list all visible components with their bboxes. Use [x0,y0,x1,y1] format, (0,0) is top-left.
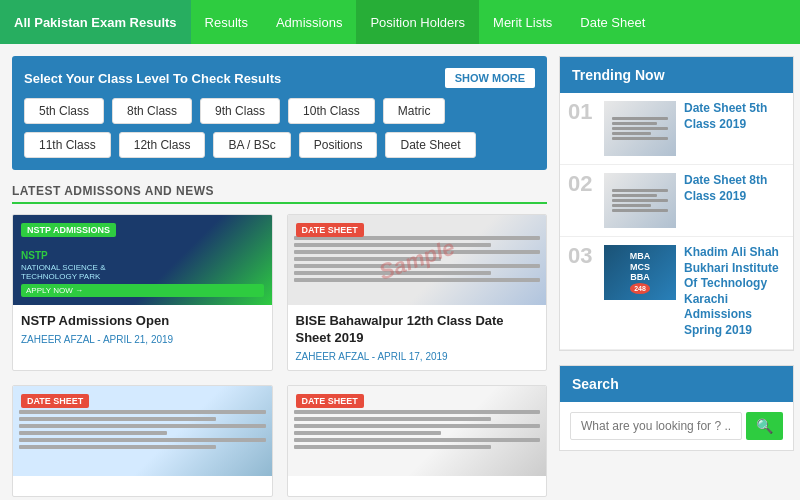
news-author-bise: ZAHEER AFZAL [296,351,370,362]
nav-admissions[interactable]: Admissions [262,0,356,44]
news-card-3: DATE SHEET [12,385,273,497]
news-date-bise: APRIL 17, 2019 [377,351,447,362]
page-layout: Select Your Class Level To Check Results… [0,44,800,500]
trending-title-2[interactable]: Date Sheet 8th Class 2019 [684,173,785,204]
class-btn-11th[interactable]: 11th Class [24,132,111,158]
class-btn-ba-bsc[interactable]: BA / BSc [213,132,290,158]
trending-num-2: 02 [568,173,596,195]
trending-img-1 [604,101,676,156]
trending-item-3: 03 MBAMCSBBA 248 Khadim Ali Shah Bukhari… [560,237,793,350]
bise-badge: DATE SHEET [296,223,364,237]
class-btn-positions[interactable]: Positions [299,132,378,158]
news-grid: NSTP NATIONAL SCIENCE &TECHNOLOGY PARK A… [12,214,547,497]
class-buttons: 5th Class 8th Class 9th Class 10th Class… [24,98,535,158]
trending-text-3: Khadim Ali Shah Bukhari Institute Of Tec… [684,245,785,341]
class-selector: Select Your Class Level To Check Results… [12,56,547,170]
trending-img-2 [604,173,676,228]
trending-title-3[interactable]: Khadim Ali Shah Bukhari Institute Of Tec… [684,245,785,339]
nav-position-holders[interactable]: Position Holders [356,0,479,44]
news-image-3: DATE SHEET [13,386,272,476]
news-body-3 [13,476,272,496]
ds-lines-4 [288,406,547,456]
trending-box: Trending Now 01 D [559,56,794,351]
news-meta-bise: ZAHEER AFZAL - APRIL 17, 2019 [296,351,539,362]
news-author-nstp: ZAHEER AFZAL [21,334,95,345]
trending-img-3: MBAMCSBBA 248 [604,245,676,300]
search-header: Search [560,366,793,402]
class-btn-date-sheet[interactable]: Date Sheet [385,132,475,158]
nav-links: Results Admissions Position Holders Meri… [191,0,660,44]
news-meta-nstp: ZAHEER AFZAL - APRIL 21, 2019 [21,334,264,345]
nstp-badge: NSTP ADMISSIONS [21,223,116,237]
news-title-bise: BISE Bahawalpur 12th Class Date Sheet 20… [296,313,539,347]
news-body-bise: BISE Bahawalpur 12th Class Date Sheet 20… [288,305,547,370]
main-content: Select Your Class Level To Check Results… [12,56,547,500]
class-selector-title: Select Your Class Level To Check Results [24,71,281,86]
trending-header: Trending Now [560,57,793,93]
news-card-nstp: NSTP NATIONAL SCIENCE &TECHNOLOGY PARK A… [12,214,273,371]
news-card-bise: Sample DATE SHEET BISE Bahawalpur 12th C… [287,214,548,371]
search-input[interactable] [570,412,742,440]
nav-results[interactable]: Results [191,0,262,44]
search-body: 🔍 [560,402,793,450]
show-more-button[interactable]: SHOW MORE [445,68,535,88]
class-btn-matric[interactable]: Matric [383,98,446,124]
search-box: Search 🔍 [559,365,794,451]
class-selector-header: Select Your Class Level To Check Results… [24,68,535,88]
latest-section-title: LATEST ADMISSONS AND NEWS [12,184,547,204]
trending-text-1: Date Sheet 5th Class 2019 [684,101,785,134]
news-card-4: DATE SHEET [287,385,548,497]
class-btn-10th[interactable]: 10th Class [288,98,375,124]
trending-text-2: Date Sheet 8th Class 2019 [684,173,785,206]
badge-3: DATE SHEET [21,394,89,408]
trending-num-3: 03 [568,245,596,267]
search-button[interactable]: 🔍 [746,412,783,440]
nav-merit-lists[interactable]: Merit Lists [479,0,566,44]
nav-date-sheet[interactable]: Date Sheet [566,0,659,44]
class-btn-8th[interactable]: 8th Class [112,98,192,124]
nstp-logo: NSTP [21,250,264,261]
trending-item-2: 02 Date Sheet 8th Class 2019 [560,165,793,237]
apply-btn: APPLY NOW → [21,284,264,297]
nav-brand: All Pakistan Exam Results [0,0,191,44]
news-image-nstp: NSTP NATIONAL SCIENCE &TECHNOLOGY PARK A… [13,215,272,305]
class-btn-5th[interactable]: 5th Class [24,98,104,124]
news-image-bise: Sample DATE SHEET [288,215,547,305]
news-date-nstp: APRIL 21, 2019 [103,334,173,345]
news-body-4 [288,476,547,496]
news-image-4: DATE SHEET [288,386,547,476]
class-btn-12th[interactable]: 12th Class [119,132,206,158]
nstp-subtitle: NATIONAL SCIENCE &TECHNOLOGY PARK [21,263,264,281]
class-btn-9th[interactable]: 9th Class [200,98,280,124]
news-title-nstp: NSTP Admissions Open [21,313,264,330]
trending-num-1: 01 [568,101,596,123]
ds-lines-3 [13,406,272,456]
trending-title-1[interactable]: Date Sheet 5th Class 2019 [684,101,785,132]
news-body-nstp: NSTP Admissions Open ZAHEER AFZAL - APRI… [13,305,272,353]
badge-4: DATE SHEET [296,394,364,408]
sidebar: Trending Now 01 D [559,56,794,500]
navbar: All Pakistan Exam Results Results Admiss… [0,0,800,44]
trending-item-1: 01 Date Sheet 5th Class 2019 [560,93,793,165]
